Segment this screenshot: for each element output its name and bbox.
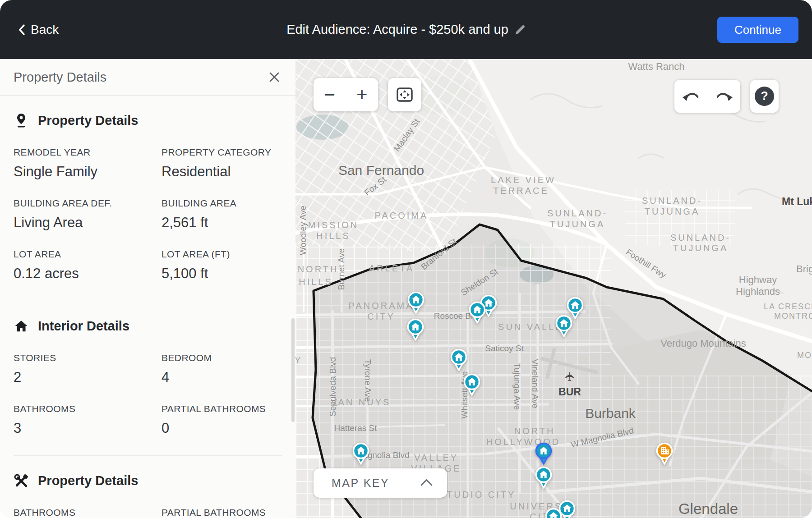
map-label: Woodley Ave xyxy=(298,206,308,255)
undo-button[interactable] xyxy=(674,80,707,113)
fields-grid: REMODEL YEARSingle FamilyPROPERTY CATEGO… xyxy=(14,129,282,282)
panel-body: Property DetailsREMODEL YEARSingle Famil… xyxy=(0,96,295,518)
close-icon xyxy=(268,71,280,83)
map-label: STUDIO CITY xyxy=(439,490,516,500)
map-label: Watts Ranch xyxy=(628,61,684,73)
map-label: Highway xyxy=(739,274,777,286)
map-pin-home[interactable] xyxy=(404,317,427,345)
section-header: Property Details xyxy=(14,473,282,488)
close-panel-button[interactable] xyxy=(267,69,282,85)
map-pin-home[interactable] xyxy=(404,290,428,318)
map-label: Mt Luken xyxy=(782,196,812,208)
zoom-out-button[interactable]: − xyxy=(314,78,346,111)
history-control xyxy=(674,80,740,113)
top-bar: Back Edit Audience: Acquire - $250k and … xyxy=(0,0,812,59)
map-pin-home[interactable] xyxy=(542,506,565,518)
map-label: VALLEY xyxy=(414,453,458,463)
field-value: Single Family xyxy=(14,164,161,180)
map-label: MISSION xyxy=(308,220,359,230)
field-label: BATHROOMS xyxy=(14,507,161,518)
map-label: Tujunga Ave xyxy=(512,363,522,410)
field: BEDROOM4 xyxy=(161,353,282,385)
help-button[interactable]: ? xyxy=(750,80,779,113)
field: LOT AREA (FT)5,100 ft xyxy=(161,249,282,282)
continue-button[interactable]: Continue xyxy=(717,17,798,43)
field-value: 2 xyxy=(14,369,161,385)
section-title: Property Details xyxy=(38,113,138,128)
map-label: Burbank xyxy=(585,406,636,421)
zoom-in-button[interactable]: + xyxy=(346,78,378,111)
map-label: Verdugo Mountains xyxy=(660,338,746,349)
help-icon: ? xyxy=(755,87,774,106)
field-value: 2,561 ft xyxy=(161,215,282,231)
map-label: PACOIMA xyxy=(375,211,429,221)
section-header: Property Details xyxy=(14,113,282,128)
map-label: TERRACE xyxy=(493,186,549,196)
handyman-icon xyxy=(14,473,29,488)
field: BUILDING AREA DEF.Living Area xyxy=(14,198,161,231)
chevron-up-icon xyxy=(420,479,433,491)
map-pin-home[interactable] xyxy=(447,347,471,375)
map-label: Tyrone Ave xyxy=(363,359,373,402)
field-label: REMODEL YEAR xyxy=(14,147,161,158)
section-title: Property Details xyxy=(38,473,138,488)
field-label: PARTIAL BATHROOMS xyxy=(161,403,282,414)
panel-scrollbar[interactable] xyxy=(291,318,295,422)
map-pin-building[interactable] xyxy=(653,441,676,469)
field-value: Living Area xyxy=(14,215,161,231)
field-label: STORIES xyxy=(14,353,161,363)
field: STORIES2 xyxy=(14,353,161,385)
map-label: Burnet Ave xyxy=(337,248,346,290)
map-label: VAN NUYS xyxy=(331,397,391,408)
zoom-control: − + xyxy=(314,78,378,111)
redo-icon xyxy=(715,90,734,103)
redo-button[interactable] xyxy=(707,80,740,113)
field-value: 5,100 ft xyxy=(161,266,282,282)
fit-bounds-button[interactable] xyxy=(388,78,421,111)
map-label: ARLETA xyxy=(369,263,414,274)
field-label: BATHROOMS xyxy=(14,403,161,414)
map-label: Brig xyxy=(796,263,812,275)
field-label: LOT AREA (FT) xyxy=(161,249,282,260)
map-label: Sepulveda Blvd xyxy=(328,357,338,417)
panel-section: Property DetailsBATHROOMS2PARTIAL BATHRO… xyxy=(14,456,282,518)
map-pin-home[interactable] xyxy=(552,313,576,341)
field-label: LOT AREA xyxy=(14,249,161,260)
field: LOT AREA0.12 acres xyxy=(14,249,161,282)
map-label: TUJUNGA xyxy=(645,206,700,217)
map-label: BUR xyxy=(558,386,581,398)
map-label: LA CRESCENTA- xyxy=(764,302,812,312)
map-label: Y xyxy=(295,355,303,366)
field-value: 0 xyxy=(161,420,282,436)
field-label: PARTIAL BATHROOMS xyxy=(161,507,282,518)
edit-pencil-icon[interactable] xyxy=(515,24,526,35)
app-window: Back Edit Audience: Acquire - $250k and … xyxy=(0,0,812,518)
field-value: 4 xyxy=(161,369,282,385)
undo-icon xyxy=(682,90,701,103)
map-label: TUJUNGA xyxy=(550,219,605,229)
map-label: NORTH xyxy=(298,264,339,275)
map-label: Hatteras St xyxy=(334,423,377,433)
audience-title-text: Edit Audience: Acquire - $250k and up xyxy=(286,22,508,37)
map-label: LAKE VIEW xyxy=(491,175,556,185)
map-label: CITY xyxy=(367,312,395,322)
map-label: Glendale xyxy=(678,500,738,518)
map-key-toggle[interactable]: MAP KEY xyxy=(314,468,447,498)
field: PROPERTY CATEGORYResidential xyxy=(161,147,282,180)
map-label: TUJUNGA xyxy=(673,243,728,253)
map-label: SUNLAND- xyxy=(547,208,608,219)
field: BUILDING AREA2,561 ft xyxy=(161,198,282,231)
map-pin-home[interactable] xyxy=(532,465,555,493)
map-label: Saticoy St xyxy=(485,344,524,353)
map-pin-home[interactable] xyxy=(466,300,489,328)
field: BATHROOMS3 xyxy=(14,403,161,436)
section-title: Interior Details xyxy=(38,319,129,334)
map-pin-home[interactable] xyxy=(460,372,484,400)
airport-plane-icon: ✈ xyxy=(563,371,577,381)
map-pin-home[interactable] xyxy=(349,441,373,469)
map-canvas[interactable]: Watts RanchSan FernandoMaclay StFox StLA… xyxy=(295,59,812,518)
panel-section: Interior DetailsSTORIES2BEDROOM4BATHROOM… xyxy=(14,301,282,456)
panel-header: Property Details xyxy=(0,59,295,96)
property-details-panel: Property Details Property DetailsREMODEL… xyxy=(0,59,295,518)
map-label: SUNLAND- xyxy=(642,196,702,206)
